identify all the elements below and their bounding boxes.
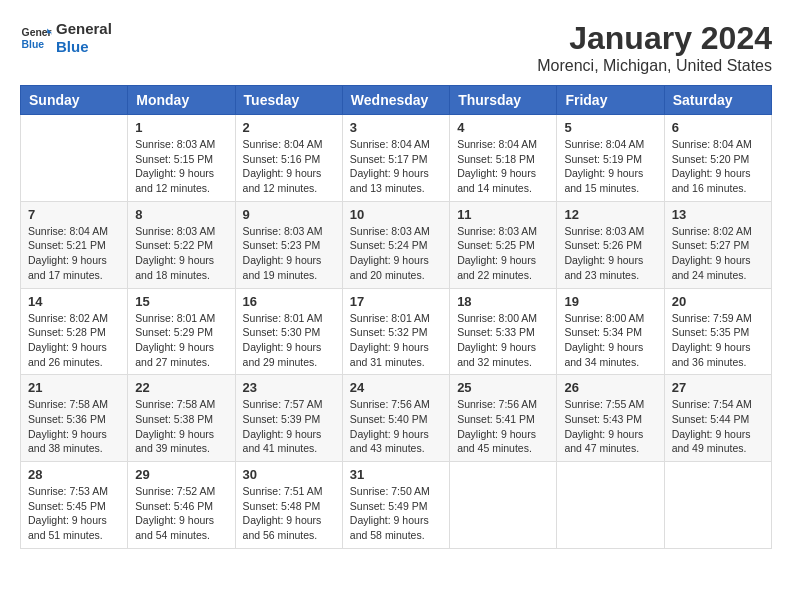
day-info: Sunrise: 8:00 AM Sunset: 5:33 PM Dayligh…: [457, 311, 549, 370]
calendar-cell: 9Sunrise: 8:03 AM Sunset: 5:23 PM Daylig…: [235, 201, 342, 288]
logo-icon: General Blue: [20, 22, 52, 54]
calendar-cell: 19Sunrise: 8:00 AM Sunset: 5:34 PM Dayli…: [557, 288, 664, 375]
calendar-cell: 23Sunrise: 7:57 AM Sunset: 5:39 PM Dayli…: [235, 375, 342, 462]
day-number: 13: [672, 207, 764, 222]
calendar-cell: 27Sunrise: 7:54 AM Sunset: 5:44 PM Dayli…: [664, 375, 771, 462]
day-number: 5: [564, 120, 656, 135]
calendar-cell: 24Sunrise: 7:56 AM Sunset: 5:40 PM Dayli…: [342, 375, 449, 462]
day-number: 23: [243, 380, 335, 395]
calendar-body: 1Sunrise: 8:03 AM Sunset: 5:15 PM Daylig…: [21, 115, 772, 549]
calendar-week-row: 28Sunrise: 7:53 AM Sunset: 5:45 PM Dayli…: [21, 462, 772, 549]
calendar-cell: 5Sunrise: 8:04 AM Sunset: 5:19 PM Daylig…: [557, 115, 664, 202]
day-info: Sunrise: 8:01 AM Sunset: 5:29 PM Dayligh…: [135, 311, 227, 370]
day-number: 27: [672, 380, 764, 395]
day-number: 2: [243, 120, 335, 135]
calendar-cell: 17Sunrise: 8:01 AM Sunset: 5:32 PM Dayli…: [342, 288, 449, 375]
day-info: Sunrise: 8:04 AM Sunset: 5:21 PM Dayligh…: [28, 224, 120, 283]
calendar-cell: 25Sunrise: 7:56 AM Sunset: 5:41 PM Dayli…: [450, 375, 557, 462]
logo-text-general: General: [56, 20, 112, 38]
calendar-cell: 1Sunrise: 8:03 AM Sunset: 5:15 PM Daylig…: [128, 115, 235, 202]
day-info: Sunrise: 7:58 AM Sunset: 5:36 PM Dayligh…: [28, 397, 120, 456]
day-number: 29: [135, 467, 227, 482]
day-number: 24: [350, 380, 442, 395]
calendar-cell: 14Sunrise: 8:02 AM Sunset: 5:28 PM Dayli…: [21, 288, 128, 375]
day-info: Sunrise: 8:04 AM Sunset: 5:17 PM Dayligh…: [350, 137, 442, 196]
calendar-cell: 15Sunrise: 8:01 AM Sunset: 5:29 PM Dayli…: [128, 288, 235, 375]
day-info: Sunrise: 8:03 AM Sunset: 5:26 PM Dayligh…: [564, 224, 656, 283]
day-number: 8: [135, 207, 227, 222]
day-number: 15: [135, 294, 227, 309]
calendar-header-monday: Monday: [128, 86, 235, 115]
svg-text:Blue: Blue: [22, 39, 45, 50]
day-info: Sunrise: 7:51 AM Sunset: 5:48 PM Dayligh…: [243, 484, 335, 543]
calendar-cell: [557, 462, 664, 549]
day-info: Sunrise: 7:50 AM Sunset: 5:49 PM Dayligh…: [350, 484, 442, 543]
day-info: Sunrise: 7:56 AM Sunset: 5:41 PM Dayligh…: [457, 397, 549, 456]
day-info: Sunrise: 7:55 AM Sunset: 5:43 PM Dayligh…: [564, 397, 656, 456]
day-info: Sunrise: 8:04 AM Sunset: 5:19 PM Dayligh…: [564, 137, 656, 196]
day-number: 3: [350, 120, 442, 135]
day-info: Sunrise: 8:03 AM Sunset: 5:23 PM Dayligh…: [243, 224, 335, 283]
calendar-cell: [664, 462, 771, 549]
calendar-cell: 13Sunrise: 8:02 AM Sunset: 5:27 PM Dayli…: [664, 201, 771, 288]
day-number: 19: [564, 294, 656, 309]
day-number: 12: [564, 207, 656, 222]
calendar-week-row: 7Sunrise: 8:04 AM Sunset: 5:21 PM Daylig…: [21, 201, 772, 288]
calendar-cell: 10Sunrise: 8:03 AM Sunset: 5:24 PM Dayli…: [342, 201, 449, 288]
day-info: Sunrise: 7:56 AM Sunset: 5:40 PM Dayligh…: [350, 397, 442, 456]
calendar-cell: [450, 462, 557, 549]
day-number: 10: [350, 207, 442, 222]
calendar-cell: 29Sunrise: 7:52 AM Sunset: 5:46 PM Dayli…: [128, 462, 235, 549]
calendar-cell: 22Sunrise: 7:58 AM Sunset: 5:38 PM Dayli…: [128, 375, 235, 462]
day-number: 26: [564, 380, 656, 395]
calendar-cell: 28Sunrise: 7:53 AM Sunset: 5:45 PM Dayli…: [21, 462, 128, 549]
calendar-cell: 21Sunrise: 7:58 AM Sunset: 5:36 PM Dayli…: [21, 375, 128, 462]
day-info: Sunrise: 8:04 AM Sunset: 5:18 PM Dayligh…: [457, 137, 549, 196]
day-info: Sunrise: 8:02 AM Sunset: 5:27 PM Dayligh…: [672, 224, 764, 283]
day-number: 6: [672, 120, 764, 135]
calendar-header-thursday: Thursday: [450, 86, 557, 115]
page-header: General Blue General Blue January 2024 M…: [20, 20, 772, 75]
day-number: 14: [28, 294, 120, 309]
day-info: Sunrise: 8:03 AM Sunset: 5:15 PM Dayligh…: [135, 137, 227, 196]
day-number: 9: [243, 207, 335, 222]
day-number: 20: [672, 294, 764, 309]
title-block: January 2024 Morenci, Michigan, United S…: [537, 20, 772, 75]
calendar-cell: 18Sunrise: 8:00 AM Sunset: 5:33 PM Dayli…: [450, 288, 557, 375]
calendar-cell: 26Sunrise: 7:55 AM Sunset: 5:43 PM Dayli…: [557, 375, 664, 462]
day-info: Sunrise: 8:04 AM Sunset: 5:16 PM Dayligh…: [243, 137, 335, 196]
day-number: 30: [243, 467, 335, 482]
day-info: Sunrise: 8:00 AM Sunset: 5:34 PM Dayligh…: [564, 311, 656, 370]
calendar-cell: [21, 115, 128, 202]
day-number: 31: [350, 467, 442, 482]
calendar-cell: 3Sunrise: 8:04 AM Sunset: 5:17 PM Daylig…: [342, 115, 449, 202]
calendar-cell: 12Sunrise: 8:03 AM Sunset: 5:26 PM Dayli…: [557, 201, 664, 288]
calendar-header-row: SundayMondayTuesdayWednesdayThursdayFrid…: [21, 86, 772, 115]
day-number: 21: [28, 380, 120, 395]
calendar-cell: 7Sunrise: 8:04 AM Sunset: 5:21 PM Daylig…: [21, 201, 128, 288]
calendar-cell: 31Sunrise: 7:50 AM Sunset: 5:49 PM Dayli…: [342, 462, 449, 549]
calendar-cell: 16Sunrise: 8:01 AM Sunset: 5:30 PM Dayli…: [235, 288, 342, 375]
calendar-cell: 6Sunrise: 8:04 AM Sunset: 5:20 PM Daylig…: [664, 115, 771, 202]
day-info: Sunrise: 7:57 AM Sunset: 5:39 PM Dayligh…: [243, 397, 335, 456]
day-number: 4: [457, 120, 549, 135]
calendar-header-tuesday: Tuesday: [235, 86, 342, 115]
day-number: 18: [457, 294, 549, 309]
calendar-cell: 20Sunrise: 7:59 AM Sunset: 5:35 PM Dayli…: [664, 288, 771, 375]
day-info: Sunrise: 8:03 AM Sunset: 5:24 PM Dayligh…: [350, 224, 442, 283]
day-number: 1: [135, 120, 227, 135]
calendar-cell: 11Sunrise: 8:03 AM Sunset: 5:25 PM Dayli…: [450, 201, 557, 288]
calendar-week-row: 14Sunrise: 8:02 AM Sunset: 5:28 PM Dayli…: [21, 288, 772, 375]
day-info: Sunrise: 8:01 AM Sunset: 5:32 PM Dayligh…: [350, 311, 442, 370]
day-number: 17: [350, 294, 442, 309]
calendar-cell: 30Sunrise: 7:51 AM Sunset: 5:48 PM Dayli…: [235, 462, 342, 549]
day-info: Sunrise: 7:59 AM Sunset: 5:35 PM Dayligh…: [672, 311, 764, 370]
day-number: 7: [28, 207, 120, 222]
day-number: 25: [457, 380, 549, 395]
day-info: Sunrise: 8:03 AM Sunset: 5:25 PM Dayligh…: [457, 224, 549, 283]
day-info: Sunrise: 8:01 AM Sunset: 5:30 PM Dayligh…: [243, 311, 335, 370]
calendar-cell: 2Sunrise: 8:04 AM Sunset: 5:16 PM Daylig…: [235, 115, 342, 202]
day-info: Sunrise: 8:02 AM Sunset: 5:28 PM Dayligh…: [28, 311, 120, 370]
day-info: Sunrise: 8:04 AM Sunset: 5:20 PM Dayligh…: [672, 137, 764, 196]
day-number: 11: [457, 207, 549, 222]
